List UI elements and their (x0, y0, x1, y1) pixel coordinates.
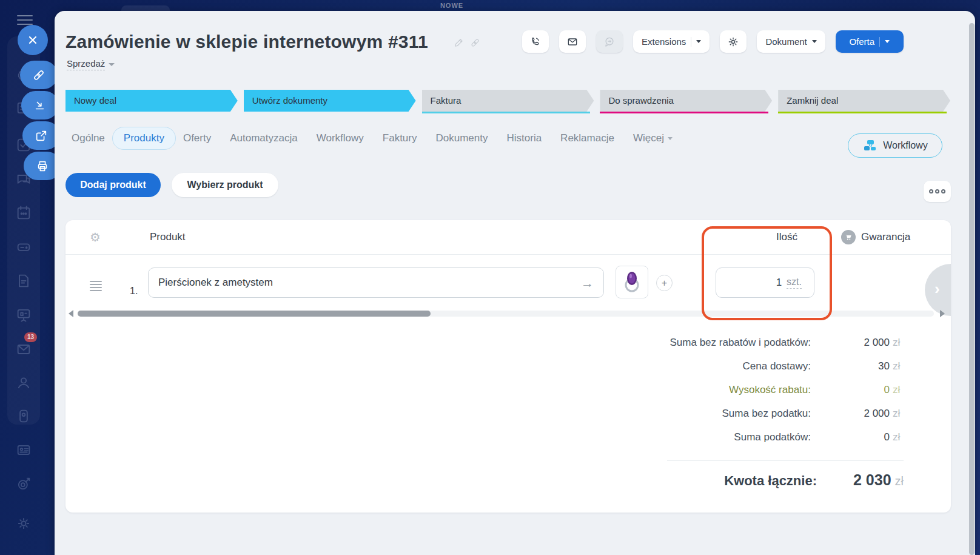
grand-total: Kwota łącznie: 2 030 zł (724, 471, 904, 489)
stage-zamknij-deal[interactable]: Zamknij deal (778, 90, 950, 112)
app-window: NOWE 13 (0, 0, 980, 555)
hscroll-left-arrow[interactable] (69, 310, 73, 317)
documents-icon[interactable] (15, 272, 32, 289)
chevron-down-icon (696, 40, 701, 43)
external-link-icon (35, 129, 48, 143)
column-settings-icon[interactable]: ⚙︎ (90, 230, 101, 244)
quantity-input[interactable]: 1 szt. (716, 267, 814, 298)
mail-unread-badge: 13 (24, 332, 37, 342)
deal-stage-pipeline: Nowy deal Utwórz dokumenty Faktura Do sp… (65, 90, 950, 112)
mail-icon[interactable] (15, 341, 32, 358)
column-quantity: Ilość (702, 231, 797, 243)
grand-total-label: Kwota łącznie: (724, 473, 817, 489)
product-image[interactable] (616, 266, 648, 298)
stage-faktura[interactable]: Faktura (422, 90, 594, 112)
divider (691, 37, 691, 47)
chevron-down-icon (109, 63, 115, 66)
unit-selector[interactable]: szt. (787, 277, 802, 289)
summary-divider (667, 460, 904, 461)
calendar-icon[interactable] (15, 204, 32, 221)
table-header: ⚙︎ Produkt Ilość Gwarancja (65, 220, 951, 255)
more-options-button[interactable] (924, 181, 951, 202)
save-download-button[interactable] (21, 91, 59, 119)
summary-row-discount: Wysokość rabatu: 0 zł (515, 384, 904, 408)
close-slider-button[interactable] (18, 25, 48, 55)
extensions-label: Extensions (642, 36, 686, 47)
product-name-input[interactable]: Pierścionek z ametystem → (148, 267, 604, 298)
clients-icon[interactable] (15, 374, 32, 391)
workflow-icon (862, 138, 877, 153)
oferta-label: Oferta (849, 36, 874, 47)
presentation-icon[interactable] (15, 306, 32, 323)
column-warranty: Gwarancja (841, 230, 910, 244)
tab-dokumenty[interactable]: Dokumenty (436, 132, 488, 144)
hscroll-thumb[interactable] (78, 311, 431, 317)
hscroll-right-arrow[interactable] (940, 310, 945, 317)
horizontal-scrollbar[interactable] (78, 311, 934, 317)
select-product-button[interactable]: Wybierz produkt (172, 173, 278, 197)
call-button[interactable] (522, 30, 549, 53)
tab-faktury[interactable]: Faktury (383, 132, 417, 144)
tab-oferty[interactable]: Oferty (183, 132, 211, 144)
add-image-button[interactable]: + (656, 275, 673, 291)
summary-row: Suma bez podatku: 2 000 zł (515, 408, 904, 431)
nowe-label: NOWE (425, 2, 479, 9)
amethyst-ring-image (619, 269, 645, 295)
settings-button[interactable] (720, 30, 747, 53)
copy-link-button[interactable] (20, 61, 58, 89)
product-name: Pierścionek z ametystem (158, 277, 581, 289)
chevron-right-icon: › (935, 280, 940, 298)
settings-icon[interactable] (15, 515, 32, 532)
column-product: Produkt (150, 231, 186, 243)
tab-wiecej[interactable]: Więcej (633, 132, 673, 144)
workflow-button-label: Workflowy (883, 140, 928, 151)
open-product-arrow-icon[interactable]: → (581, 277, 594, 289)
funnel-selector[interactable]: Sprzedaż (67, 58, 115, 70)
grand-total-currency: zł (895, 474, 904, 488)
contacts-icon[interactable] (15, 442, 32, 459)
copy-title-link-icon[interactable] (470, 38, 480, 48)
product-table-card: ⚙︎ Produkt Ilość Gwarancja 1. Pierścione… (65, 220, 951, 513)
tab-historia[interactable]: Historia (506, 132, 542, 144)
close-icon (27, 34, 39, 46)
tab-reklamacje[interactable]: Reklamacje (560, 132, 614, 144)
dokument-dropdown[interactable]: Dokument (757, 30, 825, 53)
oferta-button[interactable]: Oferta (836, 30, 904, 53)
quantity-value: 1 (776, 277, 782, 289)
email-button[interactable] (559, 30, 586, 53)
row-number: 1. (130, 286, 138, 297)
link-icon (32, 69, 45, 82)
goals-icon[interactable] (15, 476, 32, 493)
totals-summary: Suma bez rabatów i podatków: 2 000 zł Ce… (515, 337, 904, 455)
dokument-label: Dokument (765, 36, 807, 47)
edit-title-icon[interactable] (454, 38, 464, 48)
messenger-button[interactable] (596, 30, 623, 53)
stage-do-sprawdzenia[interactable]: Do sprawdzenia (600, 90, 772, 112)
chat-bubble-icon (603, 36, 616, 48)
funnel-name: Sprzedaż (67, 58, 105, 70)
printer-icon (36, 160, 49, 173)
tab-ogolne[interactable]: Ogólne (72, 132, 105, 144)
scroll-columns-right-button[interactable]: › (925, 264, 951, 316)
stage-nowy-deal[interactable]: Nowy deal (65, 90, 238, 112)
drag-handle[interactable] (90, 281, 102, 293)
workflow-button[interactable]: Workflowy (848, 133, 942, 158)
devices-icon[interactable] (15, 408, 32, 425)
tab-automatyzacja[interactable]: Automatyzacja (230, 132, 298, 144)
add-product-button[interactable]: Dodaj produkt (65, 173, 161, 197)
tab-produkty[interactable]: Produkty (112, 127, 176, 150)
drive-icon[interactable] (15, 238, 32, 255)
vertical-scrollbar[interactable] (969, 23, 975, 555)
envelope-icon (566, 36, 579, 48)
divider (879, 37, 880, 47)
summary-row: Suma podatków: 0 zł (515, 431, 904, 455)
cart-icon (841, 230, 856, 244)
extensions-dropdown[interactable]: Extensions (633, 30, 710, 53)
summary-row: Suma bez rabatów i podatków: 2 000 zł (515, 337, 904, 360)
download-arrow-icon (33, 99, 47, 112)
chevron-down-icon (812, 40, 817, 43)
tab-bar: Ogólne Produkty Oferty Automatyzacja Wor… (72, 132, 673, 144)
summary-row: Cena dostawy: 30 zł (515, 360, 904, 384)
tab-workflowy[interactable]: Workflowy (317, 132, 364, 144)
stage-utworz-dokumenty[interactable]: Utwórz dokumenty (244, 90, 416, 112)
